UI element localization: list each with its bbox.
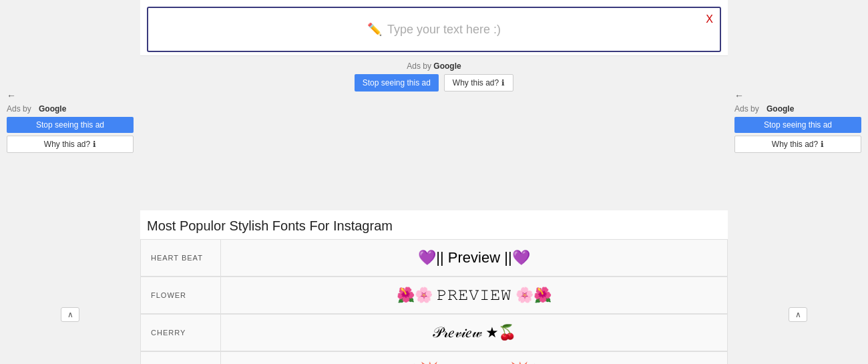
font-preview[interactable]: 🌺🌸 𝙿𝚁𝙴𝚅𝙸𝙴𝚆 🌸🌺: [221, 277, 727, 313]
font-preview[interactable]: ılıllı✩💥 ρɾҽʋιҽɯ 💥✩ılıllı: [221, 352, 727, 364]
sidebar-right-info-icon: ℹ: [821, 140, 824, 149]
sidebar-left-back-arrow[interactable]: ←: [7, 90, 134, 101]
sidebar-right-ads-label: Ads by Google: [734, 104, 861, 114]
font-row: HEART BEAT💜|| Preview ||💜: [140, 239, 728, 277]
ad-content-area: [140, 97, 728, 210]
font-label: FLOWER: [141, 277, 221, 313]
font-row: CHERRY𝒫𝓇𝑒𝓋𝒾𝑒𝓌 ★🍒: [140, 314, 728, 351]
center-ads-label: Ads by Google: [140, 61, 728, 71]
sidebar-left: ← Ads by Google Stop seeing this ad Why …: [0, 0, 140, 364]
sidebar-right-why-button[interactable]: Why this ad? ℹ: [734, 136, 861, 153]
font-preview[interactable]: 💜|| Preview ||💜: [221, 240, 727, 276]
font-row: ılıllı✩💥 ρɾҽʋιҽɯ 💥✩ılıllı: [140, 351, 728, 364]
sidebar-left-stop-button[interactable]: Stop seeing this ad: [7, 117, 134, 133]
top-ads-bar: Ads by Google Stop seeing this ad Why th…: [140, 55, 728, 97]
close-button[interactable]: X: [706, 13, 713, 25]
sidebar-left-info-icon: ℹ: [93, 140, 96, 149]
section-title: Most Populor Stylish Fonts For Instagram: [140, 210, 728, 239]
sidebar-right-stop-button[interactable]: Stop seeing this ad: [734, 117, 861, 133]
font-label: [141, 352, 221, 364]
font-label: HEART BEAT: [141, 240, 221, 276]
sidebar-right: ← Ads by Google Stop seeing this ad Why …: [728, 0, 868, 364]
center-why-button[interactable]: Why this ad? ℹ: [444, 74, 513, 92]
font-row: FLOWER🌺🌸 𝙿𝚁𝙴𝚅𝙸𝙴𝚆 🌸🌺: [140, 277, 728, 314]
text-input-wrapper: ✏️ Type your text here :) X: [140, 0, 728, 55]
input-placeholder-text: Type your text here :): [387, 23, 501, 37]
text-input-placeholder: ✏️ Type your text here :): [367, 22, 501, 37]
font-preview[interactable]: 𝒫𝓇𝑒𝓋𝒾𝑒𝓌 ★🍒: [221, 315, 727, 351]
font-rows-container: HEART BEAT💜|| Preview ||💜FLOWER🌺🌸 𝙿𝚁𝙴𝚅𝙸𝙴…: [140, 239, 728, 364]
center-stop-button[interactable]: Stop seeing this ad: [355, 74, 439, 92]
sidebar-right-up-arrow[interactable]: ∧: [789, 307, 807, 322]
sidebar-right-back-arrow[interactable]: ←: [734, 90, 861, 101]
sidebar-left-up-arrow[interactable]: ∧: [61, 307, 79, 322]
text-input-box[interactable]: ✏️ Type your text here :) X: [147, 7, 721, 52]
main-content: ✏️ Type your text here :) X Ads by Googl…: [140, 0, 728, 364]
center-ads-buttons: Stop seeing this ad Why this ad? ℹ: [140, 74, 728, 92]
font-label: CHERRY: [141, 315, 221, 351]
pencil-icon: ✏️: [367, 22, 382, 37]
sidebar-left-ads-label: Ads by Google: [7, 104, 134, 114]
sidebar-left-why-button[interactable]: Why this ad? ℹ: [7, 136, 134, 153]
center-info-icon: ℹ: [501, 78, 505, 87]
